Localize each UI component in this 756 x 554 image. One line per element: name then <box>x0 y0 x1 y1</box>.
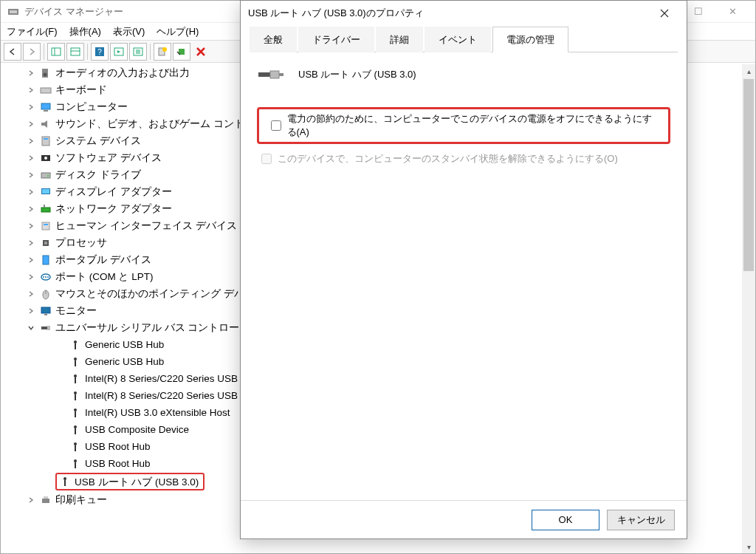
svg-rect-34 <box>44 224 48 225</box>
expander-icon[interactable] <box>27 103 39 111</box>
power-save-checkbox-row[interactable]: 電力の節約のために、コンピューターでこのデバイスの電源をオフにできるようにする(… <box>271 115 661 136</box>
svg-rect-27 <box>41 173 50 178</box>
svg-rect-69 <box>270 71 279 78</box>
props-tab-0[interactable]: 全般 <box>250 27 297 52</box>
svg-rect-19 <box>41 88 51 93</box>
toolbar-button-2[interactable] <box>66 43 84 61</box>
tree-node-label: USB Composite Device <box>85 421 189 438</box>
scroll-thumb[interactable] <box>743 79 754 271</box>
close-icon <box>660 9 669 18</box>
svg-rect-24 <box>44 138 48 140</box>
expander-icon[interactable] <box>27 188 39 196</box>
device-name-label: USB ルート ハブ (USB 3.0) <box>298 68 416 81</box>
toolbar-forward-button[interactable] <box>23 43 41 61</box>
sound-icon <box>39 117 52 131</box>
keyboard-icon <box>39 83 52 97</box>
tree-node-label: USB ルート ハブ (USB 3.0) <box>75 473 199 490</box>
tree-node-label: ネットワーク アダプター <box>55 200 172 217</box>
svg-rect-2 <box>52 48 61 55</box>
menu-view[interactable]: 表示(V) <box>113 25 145 38</box>
expander-icon[interactable] <box>27 222 39 230</box>
expander-icon[interactable] <box>27 273 39 281</box>
toolbar-update-button[interactable] <box>173 43 190 61</box>
portable-icon <box>39 253 52 267</box>
expander-icon[interactable] <box>27 290 39 298</box>
expander-icon[interactable] <box>27 171 39 179</box>
svg-rect-30 <box>42 189 49 194</box>
scroll-up-arrow-icon[interactable]: ▴ <box>742 64 755 78</box>
tree-node-label: USB Root Hub <box>85 438 151 455</box>
highlight-selected-device[interactable]: USB ルート ハブ (USB 3.0) <box>55 473 205 490</box>
tree-node-label: モニター <box>55 302 97 319</box>
props-tab-4[interactable]: 電源の管理 <box>492 27 568 52</box>
expander-icon[interactable] <box>27 307 39 315</box>
tree-node-label: プロセッサ <box>55 234 107 251</box>
svg-point-60 <box>74 442 77 445</box>
svg-point-54 <box>74 391 77 394</box>
toolbar-button-3[interactable] <box>110 43 128 61</box>
toolbar-delete-button[interactable] <box>192 43 210 61</box>
system-icon <box>39 134 52 148</box>
cancel-button[interactable]: キャンセル <box>607 510 675 530</box>
props-close-button[interactable] <box>650 3 679 24</box>
svg-text:?: ? <box>97 48 102 56</box>
scroll-down-arrow-icon[interactable]: ▾ <box>742 540 755 553</box>
usbchild-icon <box>69 355 82 369</box>
expander-icon[interactable] <box>27 137 39 145</box>
port-icon <box>39 270 52 284</box>
props-tab-2[interactable]: 詳細 <box>376 27 423 52</box>
tree-node-label: ポータブル デバイス <box>55 251 151 268</box>
expander-icon[interactable] <box>27 205 39 213</box>
expander-icon[interactable] <box>27 154 39 162</box>
usbchild-icon <box>69 338 82 352</box>
props-button-bar: OK キャンセル <box>241 500 687 538</box>
mouse-icon <box>39 287 52 301</box>
svg-rect-20 <box>41 103 50 109</box>
power-save-checkbox[interactable] <box>271 120 281 131</box>
svg-rect-68 <box>258 72 270 77</box>
dm-scrollbar[interactable]: ▴ ▾ <box>742 64 755 553</box>
expander-icon[interactable] <box>27 496 39 504</box>
svg-rect-33 <box>42 222 49 230</box>
toolbar-button-1[interactable] <box>47 43 65 61</box>
svg-point-52 <box>74 375 77 377</box>
svg-marker-9 <box>117 50 120 53</box>
svg-point-26 <box>44 157 47 160</box>
menu-action[interactable]: 操作(A) <box>69 25 101 38</box>
tree-node-label: ポート (COM と LPT) <box>55 268 154 285</box>
usbchild-icon <box>69 406 82 420</box>
cpu-icon <box>39 236 52 250</box>
menu-file[interactable]: ファイル(F) <box>7 25 58 38</box>
toolbar-help-button[interactable]: ? <box>91 43 109 61</box>
svg-point-62 <box>74 459 77 462</box>
usbchild-icon <box>69 440 82 454</box>
svg-point-48 <box>74 341 77 343</box>
tree-node-label: マウスとそのほかのポインティング デバイス <box>55 285 265 302</box>
tree-node-label: Generic USB Hub <box>85 336 164 353</box>
expander-icon[interactable] <box>27 120 39 128</box>
expander-icon[interactable] <box>27 239 39 247</box>
tree-node-label: 印刷キュー <box>55 491 107 508</box>
props-title: USB ルート ハブ (USB 3.0)のプロパティ <box>248 7 424 20</box>
dm-title: デバイス マネージャー <box>24 5 123 18</box>
svg-rect-37 <box>43 256 49 264</box>
svg-point-40 <box>45 276 47 278</box>
expander-icon[interactable] <box>27 86 39 94</box>
props-tab-3[interactable]: イベント <box>425 27 491 52</box>
svg-point-18 <box>44 72 47 76</box>
toolbar-scan-button[interactable] <box>154 43 171 61</box>
svg-rect-36 <box>44 242 47 244</box>
svg-rect-47 <box>47 326 50 330</box>
expander-icon[interactable] <box>27 69 39 77</box>
usb-icon <box>39 321 52 335</box>
expander-icon[interactable] <box>27 256 39 264</box>
expander-icon[interactable] <box>27 324 39 332</box>
dm-close-button[interactable]: ✕ <box>715 1 749 22</box>
props-tab-1[interactable]: ドライバー <box>298 27 374 52</box>
ok-button[interactable]: OK <box>532 510 599 530</box>
tree-node-label: ディスプレイ アダプター <box>55 183 172 200</box>
toolbar-back-button[interactable] <box>4 43 21 61</box>
toolbar-button-4[interactable] <box>129 43 147 61</box>
disk-icon <box>39 168 52 182</box>
menu-help[interactable]: ヘルプ(H) <box>157 25 199 38</box>
